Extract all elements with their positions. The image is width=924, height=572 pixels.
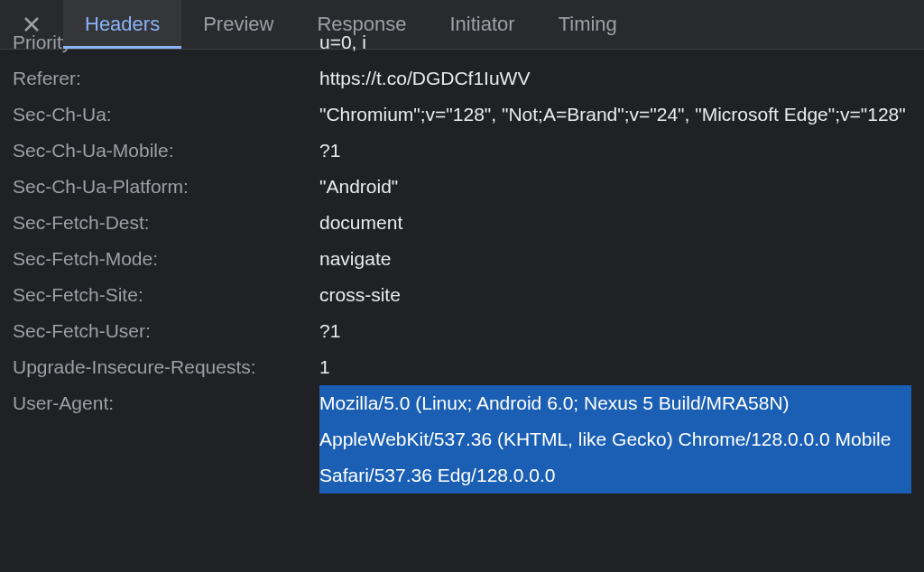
header-name: Sec-Fetch-User:: [13, 313, 319, 349]
header-row: Sec-Fetch-Dest: document: [13, 205, 911, 241]
header-name: User-Agent:: [13, 385, 319, 421]
header-row: Referer: https://t.co/DGDCf1IuWV: [13, 60, 911, 97]
tab-label: Headers: [85, 13, 160, 36]
header-value[interactable]: ?1: [319, 133, 911, 169]
header-row: Sec-Ch-Ua-Platform: "Android": [13, 169, 911, 205]
tab-label: Timing: [559, 13, 617, 36]
headers-content: Priority: u=0, i Referer: https://t.co/D…: [0, 24, 924, 494]
header-name: Upgrade-Insecure-Requests:: [13, 349, 319, 385]
tab-preview[interactable]: Preview: [181, 0, 295, 49]
header-value[interactable]: 1: [319, 349, 911, 385]
header-row: Sec-Fetch-Mode: navigate: [13, 241, 911, 277]
header-value[interactable]: cross-site: [319, 277, 911, 313]
tab-headers[interactable]: Headers: [63, 0, 181, 49]
header-name: Sec-Fetch-Dest:: [13, 205, 319, 241]
header-row: Sec-Ch-Ua-Mobile: ?1: [13, 133, 911, 169]
header-name: Sec-Ch-Ua-Mobile:: [13, 133, 319, 169]
header-value[interactable]: document: [319, 205, 911, 241]
header-row: Sec-Ch-Ua: "Chromium";v="128", "Not;A=Br…: [13, 97, 911, 133]
header-row: Sec-Fetch-User: ?1: [13, 313, 911, 349]
header-row: User-Agent: Mozilla/5.0 (Linux; Android …: [13, 385, 911, 494]
header-name: Sec-Fetch-Site:: [13, 277, 319, 313]
header-name: Sec-Ch-Ua-Platform:: [13, 169, 319, 205]
tab-bar: Headers Preview Response Initiator Timin…: [63, 0, 639, 49]
tab-label: Response: [317, 13, 406, 36]
tab-initiator[interactable]: Initiator: [428, 0, 536, 49]
header-value[interactable]: navigate: [319, 241, 911, 277]
tab-response[interactable]: Response: [295, 0, 428, 49]
header-value[interactable]: https://t.co/DGDCf1IuWV: [319, 60, 911, 97]
header-name: Sec-Fetch-Mode:: [13, 241, 319, 277]
tab-label: Preview: [203, 13, 273, 36]
header-name: Referer:: [13, 60, 319, 97]
header-value[interactable]: "Android": [319, 169, 911, 205]
tab-timing[interactable]: Timing: [537, 0, 639, 49]
header-value[interactable]: "Chromium";v="128", "Not;A=Brand";v="24"…: [319, 97, 911, 133]
tab-label: Initiator: [449, 13, 514, 36]
header-value[interactable]: Mozilla/5.0 (Linux; Android 6.0; Nexus 5…: [319, 385, 911, 494]
header-row: Sec-Fetch-Site: cross-site: [13, 277, 911, 313]
header-row: Upgrade-Insecure-Requests: 1: [13, 349, 911, 385]
header-name: Sec-Ch-Ua:: [13, 97, 319, 133]
header-value[interactable]: ?1: [319, 313, 911, 349]
